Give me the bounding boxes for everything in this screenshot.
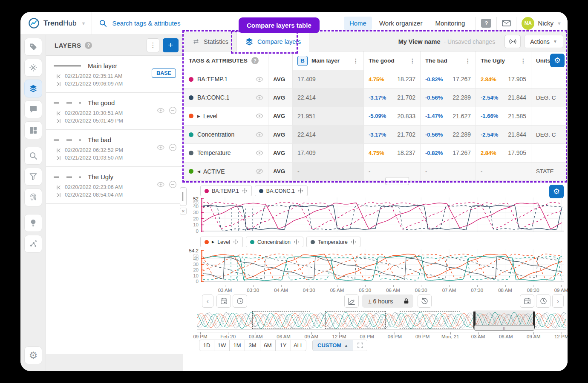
help-icon[interactable]: ? <box>481 19 491 28</box>
move-icon[interactable] <box>351 239 356 245</box>
eye-icon[interactable] <box>256 150 263 156</box>
table-resize-handle[interactable] <box>385 177 409 185</box>
user-menu[interactable]: NA Nicky ▼ <box>522 17 562 30</box>
help-icon[interactable]: ? <box>85 42 92 49</box>
series-color-dot <box>189 151 193 155</box>
live-mode-button[interactable] <box>504 35 521 48</box>
eye-off-icon[interactable] <box>256 169 263 174</box>
eye-icon[interactable] <box>157 182 164 187</box>
range-button-1w[interactable]: 1W <box>214 340 230 351</box>
tab-compare-layers[interactable]: Compare layers <box>237 32 309 51</box>
agg-cell[interactable]: AVG <box>268 163 293 181</box>
agg-cell[interactable]: AVG <box>268 70 293 89</box>
legend-chip[interactable]: BA:TEMP.1 <box>200 186 252 196</box>
trend-chart-2[interactable] <box>201 249 564 284</box>
add-layer-button[interactable]: + <box>163 38 179 52</box>
tab-statistics[interactable]: Statistics <box>184 32 237 51</box>
layer-end-date: 02/21/2022 01:03:50 AM <box>56 155 176 161</box>
legend-chip[interactable]: ▶Level <box>200 237 243 247</box>
legend-chip[interactable]: BA:CONC.1 <box>255 186 308 196</box>
range-button-3m[interactable]: 3M <box>245 340 260 351</box>
calendar-end-button[interactable] <box>520 294 534 308</box>
remove-layer-icon[interactable] <box>169 143 177 151</box>
column-menu-button[interactable]: ⋮ <box>462 57 471 64</box>
agg-cell[interactable]: AVG <box>268 89 293 107</box>
sidebar-item-scatter[interactable] <box>24 235 42 253</box>
brush-scroll-thumb[interactable]: || <box>474 325 534 331</box>
sidebar-item-filter[interactable] <box>24 168 42 186</box>
layer-list-item[interactable]: The good02/20/2022 10:30:51 AM02/20/2022… <box>46 93 183 130</box>
overview-strip[interactable]: || <box>197 311 566 330</box>
column-menu-button[interactable]: ⋮ <box>407 57 415 64</box>
sidebar-item-fingerprint[interactable] <box>24 189 42 206</box>
clock-start-button[interactable] <box>233 294 247 308</box>
sidebar-item-bulb[interactable] <box>24 214 42 232</box>
nav-item-monitoring[interactable]: Monitoring <box>429 17 470 30</box>
pan-right-button[interactable]: › <box>552 294 564 308</box>
layer-list-item[interactable]: The bad02/20/2022 06:32:52 PM02/21/2022 … <box>46 130 183 167</box>
agg-cell[interactable]: AVG <box>268 126 293 144</box>
legend-chip[interactable]: Concentration <box>246 237 303 247</box>
mail-icon[interactable] <box>502 20 511 26</box>
history-button[interactable] <box>418 294 432 308</box>
collapse-icon[interactable]: ◀ <box>197 169 200 174</box>
time-window-label[interactable]: ± 6 hours <box>362 298 399 305</box>
table-row-name: Concentration <box>184 126 268 144</box>
sidebar-item-dashboard[interactable] <box>24 121 42 139</box>
search-input[interactable] <box>111 19 213 27</box>
eye-icon[interactable] <box>157 108 164 113</box>
calendar-start-button[interactable] <box>216 294 231 308</box>
custom-range-button[interactable]: CUSTOM ▲ <box>313 340 353 351</box>
actions-button[interactable]: Actions ▼ <box>524 35 563 48</box>
fullscreen-icon[interactable] <box>353 340 367 351</box>
pan-left-button[interactable]: ‹ <box>202 294 213 308</box>
trend-chart-1[interactable] <box>201 197 564 234</box>
range-button-1y[interactable]: 1Y <box>276 340 291 351</box>
eye-icon[interactable] <box>157 145 164 150</box>
range-button-1d[interactable]: 1D <box>199 340 214 351</box>
help-icon[interactable]: ? <box>251 57 259 64</box>
nav-item-work-organizer[interactable]: Work organizer <box>374 17 428 30</box>
agg-cell[interactable]: AVG <box>268 144 293 162</box>
chevron-down-icon[interactable]: ▼ <box>81 21 86 26</box>
sidebar-item-magic[interactable] <box>24 59 42 77</box>
move-icon[interactable] <box>294 239 299 245</box>
eye-icon[interactable] <box>256 132 263 137</box>
layers-menu-button[interactable]: ⋮ <box>147 38 159 52</box>
panel-splitter-handle[interactable] <box>180 187 187 206</box>
range-button-all[interactable]: ALL <box>291 340 306 351</box>
sidebar-item-layers[interactable] <box>24 80 42 97</box>
nav-item-home[interactable]: Home <box>344 17 372 30</box>
range-button-1m[interactable]: 1M <box>230 340 245 351</box>
search-bar[interactable] <box>92 19 220 27</box>
legend-chip[interactable]: Temperature <box>306 237 360 247</box>
axis-tick-mark <box>253 285 254 287</box>
lock-icon[interactable] <box>399 294 413 308</box>
range-button-6m[interactable]: 6M <box>260 340 276 351</box>
eye-icon[interactable] <box>256 77 263 82</box>
app-logo[interactable]: TrendHub ▼ <box>20 17 92 29</box>
move-icon[interactable] <box>298 188 303 194</box>
remove-layer-icon[interactable] <box>169 180 177 189</box>
column-menu-button[interactable]: ⋮ <box>350 57 359 64</box>
eye-icon[interactable] <box>256 95 263 100</box>
column-menu-button[interactable]: ⋮ <box>518 57 526 64</box>
remove-layer-icon[interactable] <box>169 106 177 114</box>
close-icon[interactable]: ✕ <box>180 208 187 214</box>
agg-cell[interactable]: AVG <box>268 107 293 126</box>
layer-value: 21.585 <box>508 113 526 120</box>
layer-list-item[interactable]: The Ugly02/20/2022 02:23:06 AM02/20/2022… <box>46 167 183 204</box>
eye-icon[interactable] <box>256 113 263 119</box>
sidebar-item-tag[interactable] <box>24 38 42 56</box>
clock-end-button[interactable] <box>536 294 551 308</box>
chart-type-button[interactable] <box>344 294 359 308</box>
expand-icon[interactable]: ▶ <box>212 240 214 244</box>
sidebar-item-search[interactable] <box>24 147 42 165</box>
sidebar-item-comment[interactable] <box>24 100 42 118</box>
move-icon[interactable] <box>242 188 248 194</box>
layer-list-item[interactable]: Main layer02/21/2022 02:35:11 AM02/21/20… <box>46 56 183 93</box>
table-settings-gear-button[interactable]: ⚙ <box>550 54 565 67</box>
gear-icon[interactable]: ⚙ <box>24 346 42 364</box>
move-icon[interactable] <box>233 239 239 245</box>
expand-icon[interactable]: ▶ <box>197 114 200 118</box>
